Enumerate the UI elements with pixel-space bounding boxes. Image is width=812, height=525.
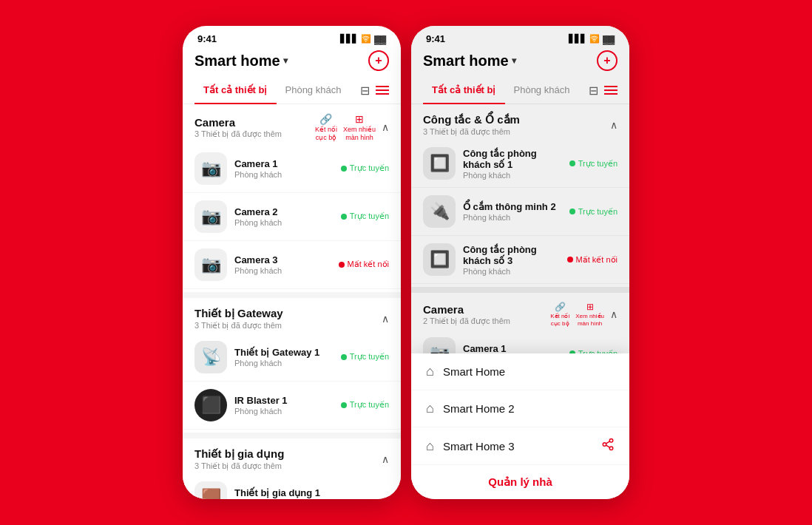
camera-actions-left: 🔗 Kết nốicục bộ ⊞ Xem nhiềumàn hình ∧	[315, 113, 389, 142]
home3-label: Smart Home 3	[443, 440, 592, 453]
irblaster1-item-left[interactable]: ⬛ IR Blaster 1 Phòng khách Trực tuyến	[183, 382, 401, 430]
add-button-left[interactable]: +	[368, 50, 389, 71]
phones-container: 9:41 ▋▋▋ 🛜 ▓▓ Smart home ▾ + Tất cả thiế…	[183, 26, 629, 499]
manage-home-button[interactable]: Quản lý nhà	[411, 465, 629, 499]
gateway1-name-left: Thiết bị Gateway 1	[234, 347, 334, 358]
camera1-info-left: Camera 1 Phòng khách	[234, 158, 334, 179]
irblaster1-info-left: IR Blaster 1 Phòng khách	[234, 395, 334, 416]
camera1-item-left[interactable]: 📷 Camera 1 Phòng khách Trực tuyến	[183, 145, 401, 193]
appliance-section-left: Thiết bị gia dụng 3 Thiết bị đã được thê…	[183, 438, 401, 499]
gateway-section-header-left: Thiết bị Gateway 3 Thiết bị đã được thêm…	[183, 298, 401, 333]
switch3-room-right: Phòng khách	[463, 267, 560, 276]
socket1-room-right: Phòng khách	[463, 213, 562, 222]
dropdown-home3[interactable]: ⌂ Smart Home 3	[411, 427, 629, 465]
camera2-room-left: Phòng khách	[234, 218, 334, 227]
wifi-icon: 🛜	[361, 34, 371, 44]
irblaster1-status-text-left: Trực tuyến	[350, 400, 389, 410]
switch-collapse-right[interactable]: ∧	[610, 119, 618, 131]
home1-icon: ⌂	[426, 364, 434, 379]
divider2-left	[183, 433, 401, 438]
camera2-dot-left	[341, 214, 347, 220]
status-icons-left: ▋▋▋ 🛜 ▓▓	[340, 34, 386, 44]
camera3-icon-left: 📷	[194, 248, 227, 281]
signal-icon-right: ▋▋▋	[569, 34, 586, 44]
hamburger-menu-right[interactable]	[604, 86, 618, 95]
camera1-status-left: Trực tuyến	[341, 163, 389, 173]
hamburger-menu-left[interactable]	[376, 86, 389, 95]
add-button-right[interactable]: +	[597, 50, 618, 71]
gateway1-icon-left: 📡	[194, 341, 227, 373]
switch1-room-right: Phòng khách	[463, 171, 562, 180]
switch1-status-right: Trực tuyến	[569, 159, 618, 169]
socket1-item-right[interactable]: 🔌 Ổ cắm thông minh 2 Phòng khách Trực tu…	[411, 188, 629, 236]
gateway1-item-left[interactable]: 📡 Thiết bị Gateway 1 Phòng khách Trực tu…	[183, 333, 401, 382]
divider1-right	[411, 287, 629, 293]
camera-collapse-right[interactable]: ∧	[610, 308, 618, 320]
app-title-right[interactable]: Smart home ▾	[423, 52, 516, 70]
manage-home-label: Quản lý nhà	[488, 475, 552, 488]
connect-icon-right: 🔗	[555, 302, 566, 312]
camera2-item-left[interactable]: 📷 Camera 2 Phòng khách Trực tuyến	[183, 193, 401, 241]
grid-icon-right[interactable]: ⊟	[589, 84, 598, 98]
connect-action-right[interactable]: 🔗 Kết nốicục bộ	[550, 302, 569, 327]
camera3-name-left: Camera 3	[234, 254, 331, 265]
divider1-left	[183, 292, 401, 298]
share-icon-home3[interactable]	[601, 438, 615, 454]
appliance1-name-left: Thiết bị gia dụng 1	[234, 487, 389, 498]
app-title-left[interactable]: Smart home ▾	[194, 52, 288, 70]
svg-line-4	[606, 441, 609, 444]
camera-section-header-right: Camera 2 Thiết bị đã được thêm 🔗 Kết nối…	[411, 293, 629, 330]
appliance1-item-left[interactable]: 🟫 Thiết bị gia dụng 1 Phòng khách	[183, 474, 401, 499]
appliance-title-left: Thiết bị gia dụng	[194, 447, 284, 461]
irblaster1-dot-left	[341, 402, 347, 408]
tabs-bar-left: Tất cả thiết bị Phòng khách ⊟	[183, 77, 401, 104]
switch-section-right: Công tắc & Ổ cắm 3 Thiết bị đã được thêm…	[411, 104, 629, 284]
switch1-info-right: Công tắc phòng khách số 1 Phòng khách	[463, 148, 562, 180]
right-phone: 9:41 ▋▋▋ 🛜 ▓▓ Smart home ▾ + Tất cả thiế…	[411, 26, 629, 499]
camera2-icon-left: 📷	[194, 200, 227, 233]
tabs-icons-right: ⊟	[589, 84, 618, 98]
svg-line-3	[606, 445, 609, 447]
app-header-left: Smart home ▾ +	[183, 47, 401, 77]
rcamera1-name-right: Camera 1	[463, 343, 562, 354]
appliance-collapse-left[interactable]: ∧	[382, 453, 389, 465]
status-bar-left: 9:41 ▋▋▋ 🛜 ▓▓	[183, 26, 401, 47]
switch-section-header-right: Công tắc & Ổ cắm 3 Thiết bị đã được thêm…	[411, 104, 629, 140]
appliance1-info-left: Thiết bị gia dụng 1 Phòng khách	[234, 487, 389, 499]
socket1-info-right: Ổ cắm thông minh 2 Phòng khách	[463, 201, 562, 222]
tabs-icons-left: ⊟	[360, 84, 389, 98]
tab-living-room-right[interactable]: Phòng khách	[505, 77, 579, 104]
gateway1-status-left: Trực tuyến	[341, 352, 389, 362]
camera2-info-left: Camera 2 Phòng khách	[234, 206, 334, 227]
gateway1-room-left: Phòng khách	[234, 359, 334, 368]
status-time-left: 9:41	[197, 33, 217, 44]
switch1-name-right: Công tắc phòng khách số 1	[463, 148, 562, 170]
camera3-item-left[interactable]: 📷 Camera 3 Phòng khách Mất kết nối	[183, 241, 401, 289]
switch3-item-right[interactable]: 🔲 Công tắc phòng khách số 3 Phòng khách …	[411, 236, 629, 284]
left-phone: 9:41 ▋▋▋ 🛜 ▓▓ Smart home ▾ + Tất cả thiế…	[183, 26, 401, 499]
camera2-status-text-left: Trực tuyến	[350, 211, 389, 221]
title-chevron-left: ▾	[283, 55, 288, 66]
connect-label-right: Kết nốicục bộ	[550, 313, 569, 327]
dropdown-home1[interactable]: ⌂ Smart Home	[411, 353, 629, 390]
tab-living-room-left[interactable]: Phòng khách	[277, 77, 351, 104]
multiview-action-right[interactable]: ⊞ Xem nhiềumàn hình	[575, 302, 604, 327]
switch1-item-right[interactable]: 🔲 Công tắc phòng khách số 1 Phòng khách …	[411, 140, 629, 188]
camera2-name-left: Camera 2	[234, 206, 334, 217]
camera-section-left: Camera 3 Thiết bị đã được thêm 🔗 Kết nối…	[183, 104, 401, 289]
tab-all-devices-right[interactable]: Tất cả thiết bị	[423, 77, 505, 104]
camera3-status-left: Mất kết nối	[339, 260, 389, 269]
dropdown-home2[interactable]: ⌂ Smart Home 2	[411, 390, 629, 427]
tab-all-devices-left[interactable]: Tất cả thiết bị	[194, 77, 277, 104]
gateway-collapse-left[interactable]: ∧	[382, 313, 389, 325]
status-icons-right: ▋▋▋ 🛜 ▓▓	[569, 34, 615, 44]
camera2-status-left: Trực tuyến	[341, 211, 389, 221]
connect-action-left[interactable]: 🔗 Kết nốicục bộ	[315, 113, 337, 142]
camera-collapse-left[interactable]: ∧	[382, 121, 389, 133]
gateway-section-left: Thiết bị Gateway 3 Thiết bị đã được thêm…	[183, 298, 401, 430]
home-dropdown: ⌂ Smart Home ⌂ Smart Home 2 ⌂ Smart Home…	[411, 353, 629, 499]
connect-icon-left: 🔗	[319, 113, 332, 125]
signal-icon: ▋▋▋	[340, 34, 358, 44]
multiview-action-left[interactable]: ⊞ Xem nhiềumàn hình	[343, 113, 376, 142]
grid-icon-left[interactable]: ⊟	[360, 84, 370, 98]
